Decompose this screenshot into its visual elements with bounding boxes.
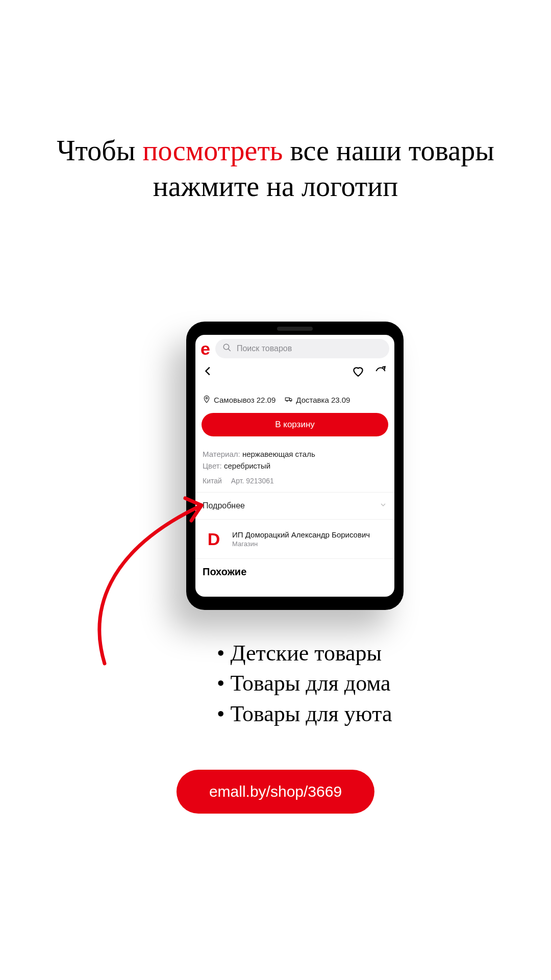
svg-point-5 xyxy=(290,400,291,401)
sku-label: Арт. 9213061 xyxy=(231,477,274,485)
tablet-camera xyxy=(277,327,313,331)
svg-point-0 xyxy=(223,344,229,350)
divider xyxy=(195,519,394,520)
delivery-chip[interactable]: Доставка 23.09 xyxy=(285,395,350,405)
svg-point-4 xyxy=(287,400,288,401)
headline-part2: все наши товары xyxy=(283,135,494,166)
specs-block: Материал: нержавеющая сталь Цвет: серебр… xyxy=(195,442,394,474)
delivery-row: Самовывоз 22.09 Доставка 23.09 xyxy=(195,381,394,410)
spec-color: Цвет: серебристый xyxy=(203,460,387,472)
pin-icon xyxy=(203,395,211,405)
more-label: Подробнее xyxy=(203,501,245,510)
divider xyxy=(195,492,394,493)
spec-color-value: серебристый xyxy=(224,461,270,470)
search-icon xyxy=(222,343,232,354)
bullet-item: Детские товары xyxy=(217,638,392,668)
country-label: Китай xyxy=(203,477,222,485)
share-icon[interactable] xyxy=(374,364,387,380)
chevron-down-icon xyxy=(379,501,387,511)
svg-point-2 xyxy=(206,397,207,399)
search-placeholder: Поиск товаров xyxy=(237,344,292,353)
shop-avatar[interactable]: D xyxy=(203,528,225,550)
cta-label: В корзину xyxy=(275,420,315,430)
back-button[interactable] xyxy=(203,365,214,379)
app-logo[interactable]: e xyxy=(201,340,210,357)
pickup-chip[interactable]: Самовывоз 22.09 xyxy=(203,395,276,405)
truck-icon xyxy=(285,395,293,405)
bullet-list: Детские товары Товары для дома Товары дл… xyxy=(217,638,392,729)
shop-link-pill[interactable]: emall.by/shop/3669 xyxy=(177,770,374,814)
tablet-screen: e Поиск товаров xyxy=(195,335,394,597)
svg-rect-3 xyxy=(286,398,290,400)
headline-line2: нажмите на логотип xyxy=(153,170,398,202)
delivery-label: Доставка 23.09 xyxy=(296,396,350,404)
pickup-label: Самовывоз 22.09 xyxy=(214,396,276,404)
shop-avatar-letter: D xyxy=(208,529,220,549)
spec-material: Материал: нержавеющая сталь xyxy=(203,449,387,460)
shop-row[interactable]: D ИП Доморацкий Александр Борисович Мага… xyxy=(195,522,394,556)
headline-part1: Чтобы xyxy=(57,135,142,166)
meta-row: Китай Арт. 9213061 xyxy=(195,474,394,490)
spec-color-label: Цвет: xyxy=(203,461,222,470)
more-row[interactable]: Подробнее xyxy=(195,495,394,517)
divider xyxy=(195,558,394,559)
shop-link-label: emall.by/shop/3669 xyxy=(209,783,342,800)
app-topbar: e Поиск товаров xyxy=(195,335,394,361)
spec-material-value: нержавеющая сталь xyxy=(242,450,315,458)
svg-line-1 xyxy=(228,349,231,351)
shop-name: ИП Доморацкий Александр Борисович xyxy=(232,530,370,539)
nav-row xyxy=(195,361,394,381)
add-to-cart-button[interactable]: В корзину xyxy=(202,413,388,436)
bullet-item: Товары для дома xyxy=(217,668,392,698)
similar-heading: Похожие xyxy=(195,561,394,583)
headline: Чтобы посмотреть все наши товары нажмите… xyxy=(0,133,551,204)
heart-icon[interactable] xyxy=(352,364,365,380)
headline-accent: посмотреть xyxy=(142,135,283,166)
shop-sub: Магазин xyxy=(232,540,370,548)
search-input[interactable]: Поиск товаров xyxy=(215,339,389,358)
shop-info: ИП Доморацкий Александр Борисович Магази… xyxy=(232,530,370,548)
tablet-frame: e Поиск товаров xyxy=(186,322,404,610)
bullet-item: Товары для уюта xyxy=(217,699,392,729)
spec-material-label: Материал: xyxy=(203,450,240,458)
